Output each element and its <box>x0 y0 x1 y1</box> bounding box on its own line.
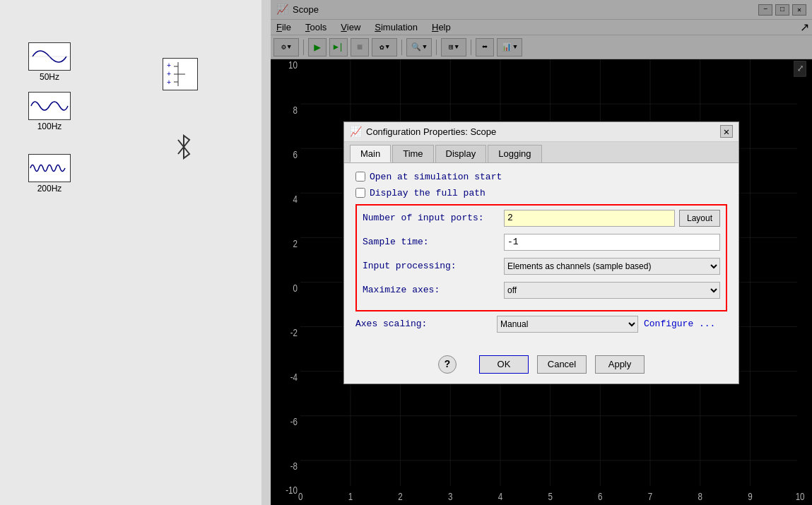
dialog-title: Configuration Properties: Scope <box>366 126 496 137</box>
configure-link[interactable]: Configure ... <box>644 319 715 329</box>
input-processing-row: Input processing: Elements as channels (… <box>363 258 720 275</box>
tab-logging[interactable]: Logging <box>488 145 541 162</box>
svg-text:+: + <box>167 71 171 78</box>
svg-text:+: + <box>167 79 171 87</box>
label-200hz: 200Hz <box>37 184 62 194</box>
tab-display[interactable]: Display <box>435 145 487 162</box>
checkbox-display-path[interactable] <box>355 188 365 198</box>
axes-scaling-label: Axes scaling: <box>355 319 497 329</box>
scope-box-50hz <box>28 42 71 71</box>
label-50hz: 50Hz <box>40 72 59 82</box>
red-box: Number of input ports: Layout Sample tim… <box>355 204 727 311</box>
sample-time-label: Sample time: <box>363 237 504 247</box>
dialog-tabs: Main Time Display Logging <box>344 142 739 163</box>
maximize-axes-label: Maximize axes: <box>363 285 504 295</box>
maximize-axes-select[interactable]: off on <box>504 282 720 299</box>
maximize-axes-row: Maximize axes: off on <box>363 282 720 299</box>
component-50hz[interactable]: 50Hz <box>28 42 71 82</box>
input-ports-field[interactable] <box>504 210 675 227</box>
checkbox-open-sim[interactable] <box>355 172 365 182</box>
checkbox-display-path-row: Display the full path <box>355 188 727 198</box>
scope-window: 📈 Scope − □ ✕ File Tools View Simulation… <box>271 0 812 505</box>
svg-text:+: + <box>167 62 171 70</box>
input-processing-label: Input processing: <box>363 261 504 271</box>
input-ports-row: Number of input ports: Layout <box>363 210 720 227</box>
label-100hz: 100Hz <box>37 121 62 131</box>
dialog-titlebar: 📈 Configuration Properties: Scope ✕ <box>344 122 739 142</box>
config-dialog: 📈 Configuration Properties: Scope ✕ Main… <box>343 121 739 384</box>
tab-time[interactable]: Time <box>392 145 433 162</box>
highlighted-fields: Number of input ports: Layout Sample tim… <box>355 204 727 311</box>
ok-button[interactable]: OK <box>479 355 529 374</box>
cancel-button[interactable]: Cancel <box>537 355 587 374</box>
tab-main[interactable]: Main <box>350 145 391 162</box>
left-panel: 50Hz + + + 100Hz <box>0 0 261 505</box>
apply-button[interactable]: Apply <box>595 355 645 374</box>
dialog-close-button[interactable]: ✕ <box>720 125 733 138</box>
checkbox-open-sim-row: Open at simulation start <box>355 172 727 182</box>
layout-button[interactable]: Layout <box>679 210 720 227</box>
component-100hz[interactable]: 100Hz <box>28 92 71 131</box>
help-button[interactable]: ? <box>438 355 457 374</box>
input-processing-select[interactable]: Elements as channels (sample based) Colu… <box>504 258 720 275</box>
checkbox-open-sim-label: Open at simulation start <box>370 172 502 182</box>
modal-overlay: 📈 Configuration Properties: Scope ✕ Main… <box>271 0 812 505</box>
scope-box-100hz <box>28 92 71 120</box>
dialog-body: Open at simulation start Display the ful… <box>344 163 739 348</box>
component-mux[interactable]: + + + <box>163 58 198 90</box>
input-ports-label: Number of input ports: <box>363 213 504 223</box>
scope-box-200hz <box>28 154 71 182</box>
dialog-buttons: ? OK Cancel Apply <box>344 348 739 384</box>
checkbox-display-path-label: Display the full path <box>370 188 486 198</box>
sample-time-row: Sample time: <box>363 234 720 251</box>
sample-time-field[interactable] <box>504 234 720 251</box>
component-bt[interactable] <box>175 133 192 161</box>
dialog-icon: 📈 <box>350 126 362 138</box>
axes-scaling-select[interactable]: Manual Auto Updates <box>497 316 638 333</box>
axes-scaling-row: Axes scaling: Manual Auto Updates Config… <box>355 316 727 333</box>
component-200hz[interactable]: 200Hz <box>28 154 71 194</box>
